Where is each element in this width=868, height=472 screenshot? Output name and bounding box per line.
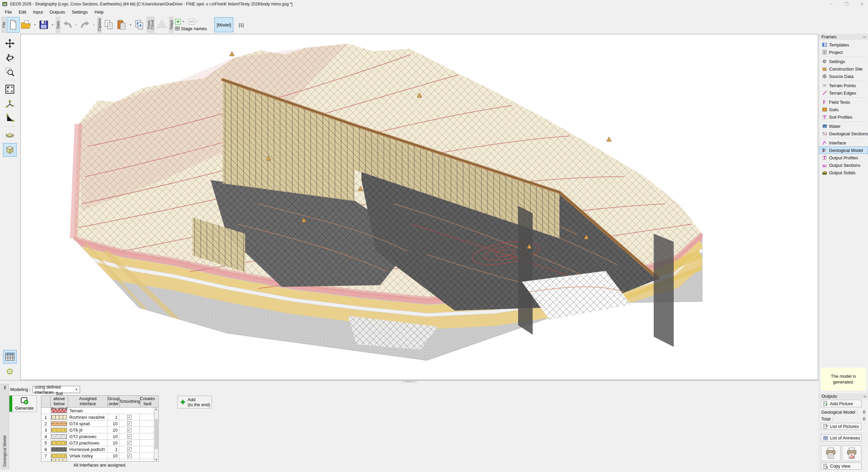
add-picture-button[interactable]: Add Picture	[821, 400, 862, 407]
paste-button[interactable]	[115, 17, 128, 33]
save-button[interactable]	[37, 17, 50, 33]
frame-item-interface[interactable]: Interface	[819, 139, 868, 146]
frame-item-soils[interactable]: Soils	[819, 106, 868, 113]
frames-collapse-button[interactable]: –	[863, 34, 866, 39]
table-view-icon	[5, 353, 15, 361]
new-file-icon	[9, 20, 17, 30]
scroll-up-arrow[interactable]: ▲	[155, 408, 158, 411]
toolbar-group-stage-label: Stage	[169, 17, 174, 33]
menu-help[interactable]: Help	[91, 8, 107, 16]
table-row-2[interactable]: 2 GT4 spraš 10 ✓	[41, 420, 154, 427]
menu-input[interactable]: Input	[29, 8, 46, 16]
table-row-7[interactable]: 7 Vršek čočky 10 ✓	[41, 453, 154, 459]
axonometric-view-button[interactable]	[3, 143, 17, 157]
frame-item-soil-profiles[interactable]: Soil Profiles	[819, 113, 868, 121]
table-scrollbar[interactable]: ▲ ▼	[154, 408, 158, 461]
frame-item-settings[interactable]: ⚙Settings	[819, 58, 868, 65]
smoothing-checkbox[interactable]: ✓	[127, 421, 132, 426]
rotate-tool-button[interactable]	[3, 51, 17, 64]
frame-item-geological-model[interactable]: Geological Model	[819, 146, 868, 154]
project-icon	[822, 50, 827, 55]
axonometric-view-icon	[5, 145, 15, 155]
fit-to-screen-button[interactable]	[3, 82, 17, 96]
table-row-4[interactable]: 4 GT2 pískovec 10 ✓	[41, 433, 154, 440]
frame-item-construction-site[interactable]: Construction Site	[819, 65, 868, 73]
menu-outputs[interactable]: Outputs	[46, 8, 68, 16]
minimize-button[interactable]: ─	[829, 1, 833, 7]
tab-grip	[4, 386, 5, 389]
print-document-button[interactable]	[821, 446, 841, 461]
frame-item-source-data[interactable]: Source Data	[819, 73, 868, 80]
add-stage-button[interactable]	[175, 19, 181, 25]
scrollbar-thumb[interactable]	[155, 419, 158, 449]
table-view-button[interactable]	[3, 350, 17, 363]
pan-tool-button[interactable]	[3, 37, 17, 50]
geological-model-3d-scene	[21, 34, 818, 380]
frame-item-project[interactable]: Project	[819, 48, 868, 56]
new-file-button[interactable]	[7, 17, 20, 33]
smoothing-checkbox[interactable]: ✓	[127, 441, 132, 445]
add-to-end-button[interactable]: ✚ Add(to the end)	[177, 396, 212, 409]
table-row-6[interactable]: 6 Horninové podloží 1 ✓	[41, 446, 154, 453]
add-stage-caret[interactable]: ▼	[182, 20, 185, 23]
frame-item-terrain-points[interactable]: Terrain Points	[819, 82, 868, 89]
copy-view-button[interactable]: Copy view	[821, 463, 862, 470]
axes-3d-button[interactable]	[3, 97, 17, 111]
redo-dropdown-caret[interactable]: ▼	[93, 23, 95, 26]
print-picture-button[interactable]	[842, 446, 862, 461]
model-stage-button[interactable]: [Model]	[214, 17, 233, 32]
frame-item-water[interactable]: Water	[819, 122, 868, 130]
table-row-5[interactable]: 5 GT3 prachovec 10 ✓	[41, 440, 154, 446]
view-settings-button[interactable]: ⚙	[3, 365, 17, 378]
frame-item-templates[interactable]: Templates	[819, 41, 868, 48]
generate-button[interactable]: Generate	[9, 395, 37, 412]
frame-item-output-solids[interactable]: Output Solids	[819, 169, 868, 176]
water-icon	[822, 124, 827, 129]
smoothing-checkbox[interactable]: ✓	[127, 415, 132, 419]
remove-stage-caret[interactable]: ▼	[196, 20, 198, 23]
outputs-counter-total: Total :0	[821, 416, 865, 421]
restore-button[interactable]: ❐	[844, 1, 849, 7]
save-dropdown-caret[interactable]: ▼	[51, 23, 54, 26]
output-profiles-icon	[822, 155, 827, 160]
frame-item-output-profiles[interactable]: Output Profiles	[819, 154, 868, 161]
menu-edit[interactable]: Edit	[15, 8, 29, 16]
scroll-down-arrow[interactable]: ▼	[155, 458, 158, 461]
open-file-button[interactable]	[20, 17, 33, 33]
axes-2d-button[interactable]	[3, 112, 17, 125]
smoothing-checkbox[interactable]: ✓	[127, 454, 132, 458]
remove-stage-button[interactable]	[189, 19, 195, 25]
perspective-view-button[interactable]	[3, 129, 17, 142]
smoothing-checkbox[interactable]: ✓	[127, 434, 132, 439]
frame-item-output-sections[interactable]: Output Sections	[819, 161, 868, 169]
model-viewport[interactable]	[20, 34, 818, 380]
frame-item-field-tests[interactable]: Field Tests	[819, 98, 868, 106]
close-button[interactable]: ✕	[860, 1, 864, 7]
table-row-1[interactable]: 1 Rozhraní navážek 1 ✓	[41, 414, 154, 420]
frame-item-terrain-edges[interactable]: Terrain Edges	[819, 89, 868, 97]
copy-picture-button[interactable]	[133, 17, 146, 33]
frame-item-geological-sections[interactable]: Geological Sections	[819, 130, 868, 137]
point-cloud-button[interactable]	[155, 17, 168, 33]
paste-icon	[117, 20, 126, 30]
copy-button[interactable]	[102, 17, 115, 33]
undo-button[interactable]	[61, 17, 74, 33]
smoothing-checkbox[interactable]: ✓	[127, 428, 132, 432]
zoom-window-tool-button[interactable]	[3, 65, 17, 79]
table-row-terrain[interactable]: Terrain	[41, 408, 154, 414]
save-icon	[39, 20, 48, 29]
horizontal-splitter[interactable]	[0, 380, 819, 382]
stage-names-button[interactable]: Stage names	[175, 26, 207, 31]
list-of-pictures-button[interactable]: List of Pictures	[821, 423, 862, 430]
paste-dropdown-caret[interactable]: ▼	[129, 23, 132, 26]
redo-button[interactable]	[79, 17, 92, 33]
open-dropdown-caret[interactable]: ▼	[34, 23, 36, 26]
smoothing-checkbox[interactable]: ✓	[127, 447, 132, 452]
geological-model-tab[interactable]: Geological Model	[1, 384, 9, 469]
table-row-3[interactable]: 3 GT6 jíl 10 ✓	[41, 427, 154, 433]
outputs-collapse-button[interactable]: –	[864, 394, 866, 399]
list-of-annexes-button[interactable]: List of Annexes	[821, 434, 862, 441]
undo-dropdown-caret[interactable]: ▼	[75, 23, 78, 26]
menu-file[interactable]: File	[1, 8, 15, 16]
menu-settings[interactable]: Settings	[68, 8, 91, 16]
